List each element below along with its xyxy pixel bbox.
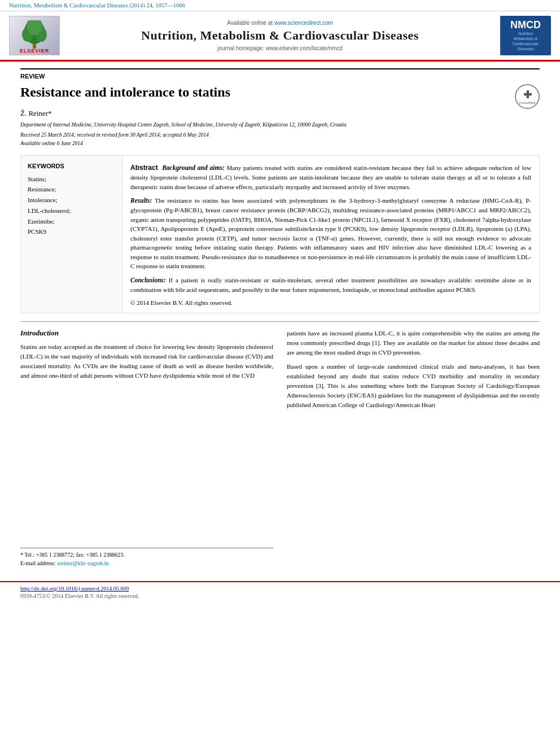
- body-separator: [20, 321, 540, 322]
- body-col-right: patients have an increased plasma LDL-C,…: [287, 329, 540, 567]
- article-title: Resistance and intolerance to statins: [20, 84, 509, 101]
- keyword-item: PCSK9: [28, 226, 115, 237]
- nmcd-logo: NMCD NutritionMetabolism &Cardiovascular…: [500, 16, 551, 55]
- intro-col1-para1: Statins are today accepted as the treatm…: [20, 342, 273, 381]
- footer-copyright: 0939-4753/© 2014 Elsevier B.V. All right…: [20, 593, 540, 599]
- elsevier-logo-container: ELSEVIER: [9, 16, 60, 55]
- elsevier-logo: ELSEVIER: [9, 16, 60, 55]
- doi-link: http://dx.doi.org/10.1016/j.numecd.2014.…: [20, 586, 540, 592]
- abstract-copyright: © 2014 Elsevier B.V. All rights reserved…: [130, 299, 531, 306]
- journal-meta: Nutrition, Metabolism & Cardiovascular D…: [9, 2, 551, 11]
- author-name: Ž. Reiner*: [20, 109, 540, 118]
- background-label: Background and aims:: [162, 164, 225, 171]
- keyword-item: Ezetimibe;: [28, 216, 115, 227]
- conclusions-text: If a patient is really statin-resistant …: [130, 277, 531, 293]
- intro-col2-para1: patients have an increased plasma LDL-C,…: [287, 329, 540, 357]
- abstract-keywords-section: KEYWORDS Statins;Resistance;Intolerance;…: [20, 155, 540, 313]
- keyword-item: Statins;: [28, 174, 115, 185]
- sciencedirect-link[interactable]: www.sciencedirect.com: [274, 20, 333, 26]
- journal-top-bar: Nutrition, Metabolism & Cardiovascular D…: [0, 0, 560, 11]
- crossmark-label: CrossMark: [519, 101, 535, 104]
- keywords-column: KEYWORDS Statins;Resistance;Intolerance;…: [21, 156, 123, 313]
- title-row: Resistance and intolerance to statins ✚ …: [20, 84, 540, 109]
- received-info: Received 25 March 2014; received in revi…: [20, 131, 540, 147]
- review-label: REVIEW: [20, 68, 540, 80]
- keywords-list: Statins;Resistance;Intolerance;LDL-chole…: [28, 174, 115, 237]
- results-text: The resistance to statins has been assoc…: [130, 197, 531, 269]
- crossmark-icon: ✚: [523, 89, 532, 101]
- nmcd-badge-text: NMCD: [510, 20, 541, 30]
- crossmark-badge: ✚ CrossMark: [515, 84, 540, 109]
- footnote-spacer: [20, 385, 273, 543]
- intro-col2-para2: Based upon a number of large-scale rando…: [287, 362, 540, 410]
- footnote-section: * Tel.: +385 1 2388772; fax: +385 1 2388…: [20, 548, 273, 567]
- keyword-item: LDL-cholesterol;: [28, 206, 115, 216]
- journal-title: Nutrition, Metabolism & Cardiovascular D…: [65, 28, 495, 43]
- author-affiliation: Department of Internal Medicine, Univers…: [20, 121, 540, 129]
- available-online-text: Available online at www.sciencedirect.co…: [65, 20, 495, 26]
- abstract-results: Results: The resistance to statins has b…: [130, 196, 531, 271]
- conclusions-label: Conclusions:: [130, 277, 166, 283]
- elsevier-text-label: ELSEVIER: [20, 48, 50, 54]
- body-two-col: Introduction Statins are today accepted …: [20, 329, 540, 567]
- abstract-column: Abstract Background and aims: Many patie…: [123, 156, 539, 313]
- abstract-conclusions: Conclusions: If a patient is really stat…: [130, 276, 531, 295]
- footnote-contact: * Tel.: +385 1 2388772; fax: +385 1 2388…: [20, 551, 273, 559]
- journal-center-info: Available online at www.sciencedirect.co…: [65, 20, 495, 51]
- doi-anchor[interactable]: http://dx.doi.org/10.1016/j.numecd.2014.…: [20, 586, 129, 592]
- elsevier-tree-icon: [18, 20, 51, 51]
- abstract-label: Abstract: [130, 164, 158, 172]
- keywords-title: KEYWORDS: [28, 163, 115, 169]
- journal-header: ELSEVIER Available online at www.science…: [0, 11, 560, 62]
- article-content: REVIEW Resistance and intolerance to sta…: [0, 62, 560, 576]
- footnote-email: E-mail address: zreiner@kbc-zagreb.hr.: [20, 559, 273, 567]
- keyword-item: Resistance;: [28, 184, 115, 195]
- footnote-email-link[interactable]: zreiner@kbc-zagreb.hr.: [57, 560, 110, 566]
- page-footer: http://dx.doi.org/10.1016/j.numecd.2014.…: [0, 581, 560, 602]
- abstract-background: Abstract Background and aims: Many patie…: [130, 163, 531, 191]
- keyword-item: Intolerance;: [28, 195, 115, 206]
- journal-homepage: journal homepage: www.elsevier.com/locat…: [65, 45, 495, 51]
- results-label: Results:: [130, 197, 152, 204]
- nmcd-badge-subtitle: NutritionMetabolism &CardiovascularDisea…: [513, 31, 539, 51]
- title-area: Resistance and intolerance to statins: [20, 84, 509, 106]
- introduction-title: Introduction: [20, 329, 273, 338]
- body-col-left: Introduction Statins are today accepted …: [20, 329, 273, 567]
